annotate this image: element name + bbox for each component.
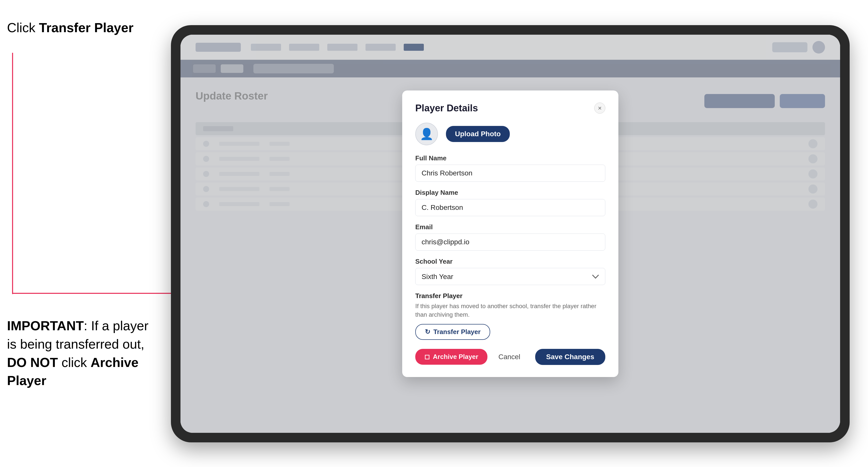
modal-close-button[interactable]: × [594,102,605,114]
player-details-modal: Player Details × 👤 Upload Photo [402,91,618,377]
modal-title: Player Details [415,103,478,114]
transfer-player-button[interactable]: ↻ Transfer Player [415,324,490,340]
school-year-label: School Year [415,258,605,266]
tablet-screen: Update Roster [181,35,840,433]
avatar-row: 👤 Upload Photo [415,123,605,145]
transfer-section-label: Transfer Player [415,292,605,300]
avatar-circle: 👤 [415,123,438,145]
annotation-arrow-vertical [12,53,13,294]
full-name-label: Full Name [415,154,605,162]
email-input[interactable] [415,234,605,251]
full-name-group: Full Name [415,154,605,182]
save-changes-button[interactable]: Save Changes [535,349,605,365]
school-year-group: School Year Sixth Year First Year Second… [415,258,605,285]
person-icon: 👤 [420,127,434,141]
email-group: Email [415,223,605,251]
email-label: Email [415,223,605,231]
instruction-top: Click Transfer Player [7,20,133,35]
archive-player-button[interactable]: ◻ Archive Player [415,349,488,365]
transfer-section: Transfer Player If this player has moved… [415,292,605,340]
upload-photo-button[interactable]: Upload Photo [446,126,510,142]
transfer-description: If this player has moved to another scho… [415,302,605,319]
instruction-bottom: IMPORTANT: If a player is being transfer… [7,317,153,390]
modal-header: Player Details × [415,102,605,114]
app-background: Update Roster [181,35,840,433]
tablet-device: Update Roster [171,25,850,442]
display-name-group: Display Name [415,189,605,216]
cancel-button[interactable]: Cancel [493,349,525,365]
school-year-select[interactable]: Sixth Year First Year Second Year Third … [415,268,605,285]
display-name-label: Display Name [415,189,605,196]
modal-footer: ◻ Archive Player Cancel Save Changes [415,349,605,365]
full-name-input[interactable] [415,165,605,182]
modal-overlay: Player Details × 👤 Upload Photo [181,35,840,433]
archive-icon: ◻ [424,353,430,361]
transfer-icon: ↻ [425,328,430,336]
display-name-input[interactable] [415,199,605,216]
